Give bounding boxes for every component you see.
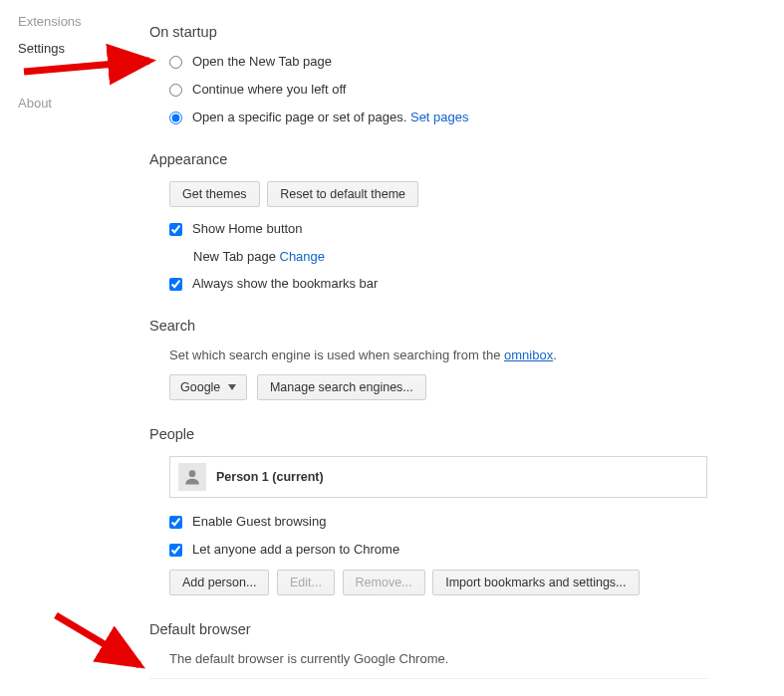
sidebar-item-settings[interactable]: Settings [18, 35, 128, 62]
add-person-button[interactable]: Add person... [169, 570, 269, 595]
svg-line-2 [56, 615, 139, 665]
set-pages-link[interactable]: Set pages [410, 110, 469, 124]
show-home-label: Show Home button [192, 221, 303, 237]
manage-search-engines-button[interactable]: Manage search engines... [257, 374, 426, 400]
section-title-search: Search [149, 318, 707, 334]
section-title-default-browser: Default browser [149, 621, 707, 637]
section-search: Search Set which search engine is used w… [149, 318, 707, 400]
always-bookmarks-label: Always show the bookmarks bar [192, 276, 378, 292]
startup-option-continue[interactable]: Continue where you left off [169, 82, 707, 98]
import-bookmarks-button[interactable]: Import bookmarks and settings... [432, 570, 639, 595]
show-home-checkbox-row[interactable]: Show Home button [169, 221, 707, 237]
section-title-people: People [149, 426, 707, 442]
home-sub-row: New Tab page Change [169, 249, 707, 264]
change-home-link[interactable]: Change [280, 249, 326, 264]
omnibox-link[interactable]: omnibox [504, 348, 553, 362]
show-advanced-settings-link[interactable]: Show advanced settings... [149, 689, 707, 696]
svg-point-0 [189, 470, 196, 477]
edit-person-button: Edit... [277, 570, 335, 595]
sidebar: Extensions Settings About [18, 8, 128, 116]
enable-guest-row[interactable]: Enable Guest browsing [169, 514, 707, 530]
radio-newtab-label: Open the New Tab page [192, 54, 332, 70]
default-browser-desc: The default browser is currently Google … [149, 651, 707, 666]
avatar-icon [178, 463, 206, 491]
search-desc: Set which search engine is used when sea… [149, 348, 707, 362]
radio-specific-label: Open a specific page or set of pages. Se… [192, 110, 469, 125]
remove-person-button: Remove... [343, 570, 425, 595]
startup-option-specific[interactable]: Open a specific page or set of pages. Se… [169, 110, 707, 125]
enable-guest-checkbox[interactable] [169, 516, 182, 529]
search-engine-selected: Google [180, 380, 220, 394]
radio-continue[interactable] [169, 84, 182, 97]
section-appearance: Appearance Get themes Reset to default t… [149, 151, 707, 292]
enable-guest-label: Enable Guest browsing [192, 514, 326, 530]
person-name: Person 1 (current) [216, 470, 324, 484]
sidebar-item-about[interactable]: About [18, 90, 128, 116]
reset-theme-button[interactable]: Reset to default theme [267, 181, 418, 207]
sidebar-item-extensions[interactable]: Extensions [18, 8, 128, 35]
chevron-down-icon [228, 384, 236, 390]
always-bookmarks-row[interactable]: Always show the bookmarks bar [169, 276, 707, 292]
radio-continue-label: Continue where you left off [192, 82, 346, 98]
show-home-checkbox[interactable] [169, 223, 182, 236]
radio-specific[interactable] [169, 112, 182, 124]
section-default-browser: Default browser The default browser is c… [149, 621, 707, 666]
section-startup: On startup Open the New Tab page Continu… [149, 24, 707, 125]
radio-newtab[interactable] [169, 56, 182, 69]
divider [149, 678, 707, 679]
section-title-appearance: Appearance [149, 151, 707, 167]
section-people: People Person 1 (current) Enable Guest b… [149, 426, 707, 595]
search-engine-dropdown[interactable]: Google [169, 374, 247, 400]
always-bookmarks-checkbox[interactable] [169, 278, 182, 291]
get-themes-button[interactable]: Get themes [169, 181, 260, 207]
section-title-startup: On startup [149, 24, 707, 40]
startup-option-newtab[interactable]: Open the New Tab page [169, 54, 707, 70]
person-row[interactable]: Person 1 (current) [169, 456, 707, 498]
let-anyone-checkbox[interactable] [169, 544, 182, 557]
let-anyone-label: Let anyone add a person to Chrome [192, 542, 399, 558]
content-area: On startup Open the New Tab page Continu… [149, 24, 707, 696]
let-anyone-row[interactable]: Let anyone add a person to Chrome [169, 542, 707, 558]
